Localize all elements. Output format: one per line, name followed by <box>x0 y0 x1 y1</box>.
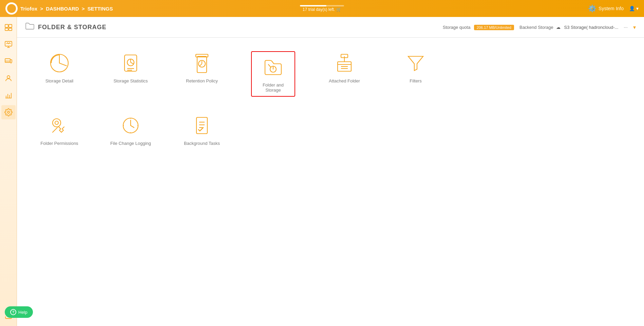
svg-point-39 <box>55 121 58 124</box>
page-header: FOLDER & STORAGE Storage quota 206.17 MB… <box>17 17 644 38</box>
storage-quota-section: Storage quota 206.17 MB/Unlimited <box>443 24 514 30</box>
file-change-logging-item[interactable]: File Change Logging <box>109 114 153 146</box>
brand-name: Triofox <box>20 6 37 12</box>
header-left: Triofox > DASHBOARD > SETTINGS <box>5 2 113 15</box>
sidebar-item-settings[interactable] <box>1 105 16 119</box>
svg-line-40 <box>53 128 57 132</box>
breadcrumb-dashboard[interactable]: DASHBOARD <box>46 6 79 12</box>
logo-circle <box>5 2 18 15</box>
user-menu-button[interactable]: 👤 ▾ <box>629 6 639 11</box>
storage-statistics-item[interactable]: Storage Statistics <box>109 51 153 83</box>
sidebar-item-analytics[interactable] <box>1 88 16 102</box>
sidebar-item-device[interactable] <box>1 54 16 69</box>
trial-progress-fill <box>300 5 326 6</box>
storage-detail-item[interactable]: Storage Detail <box>37 51 81 83</box>
more-options-button[interactable]: ··· <box>624 24 628 30</box>
help-label: Help <box>18 310 27 315</box>
help-button[interactable]: ? Help <box>5 306 33 318</box>
backend-storage-value: S3 Storage( hadroncloud-... <box>564 25 619 30</box>
storage-statistics-label: Storage Statistics <box>113 78 148 83</box>
folder-and-storage-label: Folder and Storage <box>255 82 291 93</box>
filters-item[interactable]: Filters <box>394 51 438 83</box>
trial-text: 17 trial day(s) left. 🛒 <box>303 7 341 12</box>
top-header: Triofox > DASHBOARD > SETTINGS 17 trial … <box>0 0 644 17</box>
file-change-logging-icon <box>119 114 143 137</box>
folder-permissions-label: Folder Permissions <box>40 141 78 146</box>
svg-point-38 <box>53 119 61 127</box>
s3-icon: ☁ <box>556 25 561 30</box>
svg-rect-4 <box>9 28 12 31</box>
help-icon: ? <box>10 309 16 315</box>
filters-label: Filters <box>410 78 421 83</box>
file-change-logging-label: File Change Logging <box>110 141 151 146</box>
breadcrumb: Triofox > DASHBOARD > SETTINGS <box>20 6 113 12</box>
svg-point-12 <box>7 76 10 78</box>
cart-icon: 🛒 <box>336 7 341 12</box>
dropdown-arrow-icon[interactable]: ▾ <box>633 24 636 31</box>
svg-rect-10 <box>10 60 12 62</box>
folder-permissions-icon <box>48 114 71 137</box>
page-title: FOLDER & STORAGE <box>38 24 107 31</box>
main-layout: FOLDER & STORAGE Storage quota 206.17 MB… <box>0 17 644 326</box>
attached-folder-label: Attached Folder <box>329 78 360 83</box>
folder-and-storage-item[interactable]: Folder and Storage <box>251 51 295 97</box>
page-title-area: FOLDER & STORAGE <box>25 22 107 32</box>
svg-line-24 <box>131 62 133 64</box>
icons-row-2: Folder Permissions <box>37 114 624 146</box>
background-tasks-icon <box>190 114 214 137</box>
user-icon: 👤 <box>629 6 635 11</box>
svg-line-43 <box>131 126 134 128</box>
system-info-label: System Info <box>599 6 624 11</box>
sidebar-item-dashboard[interactable] <box>1 20 16 35</box>
svg-rect-3 <box>5 28 8 31</box>
icons-row-1: Storage Detail Storage S <box>37 51 624 97</box>
header-right: ⚙️ System Info 👤 ▾ <box>588 4 639 13</box>
filters-icon <box>404 51 428 75</box>
icons-grid: Storage Detail Storage S <box>17 38 644 159</box>
sidebar-item-monitor[interactable] <box>1 37 16 52</box>
gear-icon: ⚙️ <box>588 4 596 13</box>
attached-folder-icon <box>333 51 356 75</box>
background-tasks-item[interactable]: Background Tasks <box>180 114 224 146</box>
trial-progress-bar <box>300 5 344 6</box>
svg-rect-1 <box>5 24 8 27</box>
attached-folder-item[interactable]: Attached Folder <box>322 51 366 83</box>
sidebar-item-users[interactable] <box>1 71 16 85</box>
folder-icon <box>25 22 35 32</box>
sidebar <box>0 17 17 326</box>
trial-info: 17 trial day(s) left. 🛒 <box>300 5 344 12</box>
retention-policy-label: Retention Policy <box>186 78 218 83</box>
backend-storage-section: Backend Storage ☁ S3 Storage( hadronclou… <box>519 24 618 30</box>
page-header-right: Storage quota 206.17 MB/Unlimited Backen… <box>443 24 636 31</box>
svg-rect-8 <box>5 59 10 62</box>
svg-rect-48 <box>196 117 207 134</box>
folder-permissions-item[interactable]: Folder Permissions <box>37 114 81 146</box>
background-tasks-label: Background Tasks <box>184 141 220 146</box>
storage-detail-icon <box>48 51 71 75</box>
system-info-button[interactable]: ⚙️ System Info <box>588 4 624 13</box>
chevron-down-icon: ▾ <box>636 6 639 11</box>
folder-and-storage-icon <box>261 55 285 79</box>
storage-statistics-icon <box>119 51 143 75</box>
storage-quota-badge: 206.17 MB/Unlimited <box>474 25 514 30</box>
retention-policy-icon <box>190 51 214 75</box>
retention-policy-item[interactable]: Retention Policy <box>180 51 224 83</box>
content-area: FOLDER & STORAGE Storage quota 206.17 MB… <box>17 17 644 326</box>
logo-icon <box>7 4 16 13</box>
svg-point-18 <box>7 111 10 113</box>
storage-detail-label: Storage Detail <box>45 78 73 83</box>
breadcrumb-settings: SETTINGS <box>88 6 113 12</box>
svg-rect-2 <box>9 24 12 27</box>
